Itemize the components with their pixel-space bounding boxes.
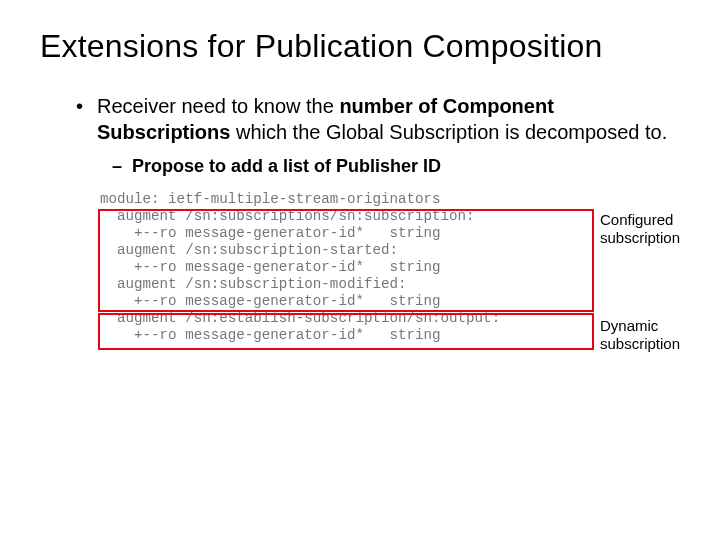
annotation-configured: Configuredsubscription	[600, 211, 680, 247]
slide-title: Extensions for Publication Composition	[40, 28, 680, 65]
code-line: module: ietf-multiple-stream-originators	[100, 191, 441, 207]
bullet-text: Receiver need to know the number of Comp…	[97, 93, 680, 145]
highlight-box-dynamic	[98, 313, 594, 350]
highlight-box-configured	[98, 209, 594, 312]
bullet1-pre: Receiver need to know the	[97, 95, 339, 117]
bullet-dash: –	[112, 155, 122, 177]
bullet-level-2: – Propose to add a list of Publisher ID	[112, 155, 680, 177]
code-area: module: ietf-multiple-stream-originators…	[100, 191, 680, 344]
slide: Extensions for Publication Composition •…	[0, 0, 720, 364]
annotation-dynamic: Dynamicsubscription	[600, 317, 680, 353]
bullet1-post: which the Global Subscription is decompo…	[230, 121, 667, 143]
bullet-level-1: • Receiver need to know the number of Co…	[76, 93, 680, 145]
bullet-dot: •	[76, 93, 83, 119]
bullet2-text: Propose to add a list of Publisher ID	[132, 155, 441, 177]
